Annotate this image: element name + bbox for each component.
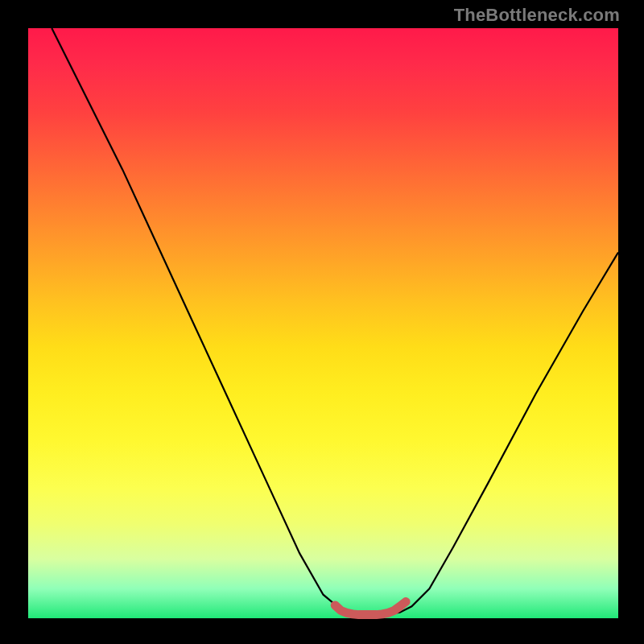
curve-line	[52, 28, 618, 615]
bottom-marker-line	[335, 602, 406, 615]
chart-canvas: TheBottleneck.com	[0, 0, 644, 644]
chart-svg	[28, 28, 618, 618]
watermark-text: TheBottleneck.com	[454, 5, 620, 26]
